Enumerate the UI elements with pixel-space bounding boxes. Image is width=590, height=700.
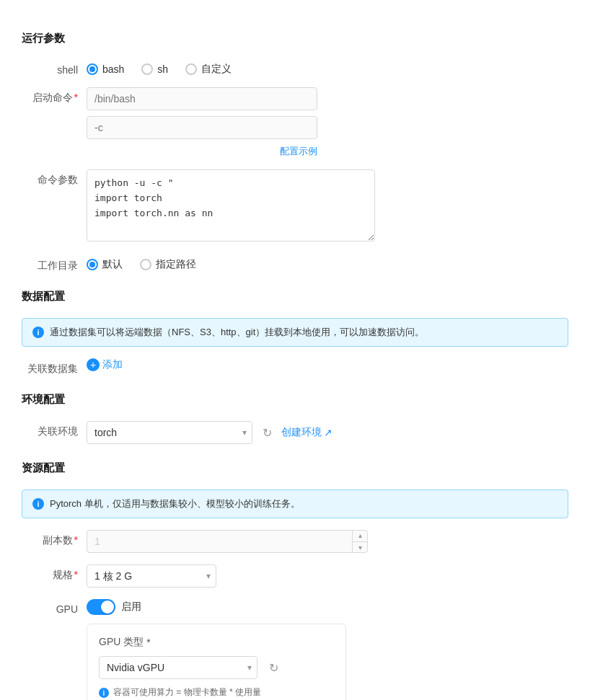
env-refresh-icon[interactable]: ↻ (258, 424, 276, 441)
replicas-label: 副本数* (22, 530, 87, 547)
replicas-decrement-button[interactable]: ▾ (353, 542, 368, 554)
cmd-params-textarea[interactable]: python -u -c " import torch import torch… (87, 169, 375, 242)
cmd-params-label: 命令参数 (22, 169, 87, 187)
replicas-required: * (74, 534, 78, 546)
resource-config-title: 资源配置 (22, 461, 568, 475)
replicas-row: 副本数* ▴ ▾ (22, 530, 568, 553)
gpu-select-wrap: Nvidia vGPU Nvidia T4 Nvidia A100 ▾ ↻ (99, 656, 334, 679)
work-dir-row: 工作目录 默认 指定路径 (22, 255, 568, 273)
related-env-row: 关联环境 torch pytorch tensorflow ▾ ↻ 创建环境 ↗ (22, 421, 568, 444)
data-info-text: 通过数据集可以将远端数据（NFS、S3、http、git）挂载到本地使用，可以加… (50, 326, 424, 339)
add-label: 添加 (102, 358, 123, 371)
add-circle-icon: + (87, 358, 100, 371)
gpu-type-required: * (146, 637, 150, 648)
gpu-type-box: GPU 类型 * Nvidia vGPU Nvidia T4 Nvidia A1… (87, 624, 346, 700)
shell-label: shell (22, 60, 87, 76)
gpu-info-icon: i (99, 688, 109, 698)
start-cmd-label: 启动命令* (22, 87, 87, 105)
sh-label: sh (157, 63, 168, 75)
data-info-box: i 通过数据集可以将远端数据（NFS、S3、http、git）挂载到本地使用，可… (22, 318, 568, 347)
env-config-title: 环境配置 (22, 393, 568, 407)
resource-info-box: i Pytorch 单机，仅适用与数据集较小、模型较小的训练任务。 (22, 489, 568, 518)
gpu-toggle-label: 启用 (121, 601, 141, 613)
toggle-knob (101, 601, 114, 613)
data-config-title: 数据配置 (22, 290, 568, 304)
env-actions: torch pytorch tensorflow ▾ ↻ 创建环境 ↗ (87, 421, 568, 444)
create-env-link[interactable]: 创建环境 ↗ (281, 426, 333, 439)
gpu-row: GPU 启用 GPU 类型 * Nvidia vGPU Nvidia T4 Nv… (22, 599, 568, 700)
gpu-refresh-icon[interactable]: ↻ (265, 659, 282, 676)
work-dir-label: 工作目录 (22, 255, 87, 273)
default-label: 默认 (102, 258, 123, 271)
custom-label: 自定义 (201, 63, 232, 76)
custom-path-radio-circle[interactable] (140, 259, 151, 270)
spec-row: 规格* 1 核 2 G 2 核 4 G 4 核 8 G ▾ (22, 564, 568, 588)
work-dir-custom-option[interactable]: 指定路径 (140, 258, 196, 271)
gpu-select[interactable]: Nvidia vGPU Nvidia T4 Nvidia A100 (99, 656, 257, 679)
related-env-label: 关联环境 (22, 421, 87, 438)
env-select[interactable]: torch pytorch tensorflow (87, 421, 252, 444)
work-dir-radio-group: 默认 指定路径 (87, 255, 568, 271)
external-link-icon: ↗ (324, 427, 333, 438)
gpu-info-row: i 容器可使用算力 = 物理卡数量 * 使用量 (99, 686, 334, 699)
start-cmd-required: * (74, 92, 78, 103)
related-data-label: 关联数据集 (22, 358, 87, 376)
custom-radio-circle[interactable] (185, 63, 197, 75)
related-data-row: 关联数据集 + 添加 (22, 358, 568, 376)
config-example-link[interactable]: 配置示例 (87, 145, 317, 158)
gpu-label: GPU (22, 599, 87, 615)
spec-label: 规格* (22, 564, 87, 582)
start-cmd-secondary-input[interactable] (87, 116, 317, 139)
spec-select[interactable]: 1 核 2 G 2 核 4 G 4 核 8 G (87, 564, 216, 588)
data-info-icon: i (32, 327, 44, 338)
replicas-spinners: ▴ ▾ (352, 530, 368, 553)
shell-row: shell bash sh 自定义 (22, 60, 568, 76)
gpu-type-label: GPU 类型 * (99, 636, 334, 649)
bash-radio-circle[interactable] (87, 63, 98, 75)
gpu-toggle[interactable] (87, 599, 115, 615)
shell-radio-group: bash sh 自定义 (87, 60, 568, 76)
spec-select-wrap: 1 核 2 G 2 核 4 G 4 核 8 G ▾ (87, 564, 216, 588)
resource-info-text: Pytorch 单机，仅适用与数据集较小、模型较小的训练任务。 (50, 497, 300, 510)
gpu-toggle-wrap: 启用 (87, 599, 568, 615)
replicas-input[interactable] (87, 530, 368, 553)
shell-bash-option[interactable]: bash (87, 63, 124, 75)
env-select-wrap: torch pytorch tensorflow ▾ (87, 421, 252, 444)
shell-custom-option[interactable]: 自定义 (185, 63, 232, 76)
sh-radio-circle[interactable] (141, 63, 153, 75)
start-cmd-row: 启动命令* 配置示例 (22, 87, 568, 158)
add-dataset-button[interactable]: + 添加 (87, 358, 123, 371)
create-env-label: 创建环境 (281, 426, 322, 439)
work-dir-default-option[interactable]: 默认 (87, 258, 123, 271)
gpu-info-text: 容器可使用算力 = 物理卡数量 * 使用量 (113, 686, 261, 699)
replicas-input-wrap: ▴ ▾ (87, 530, 368, 553)
replicas-increment-button[interactable]: ▴ (353, 530, 368, 542)
bash-label: bash (102, 63, 124, 75)
gpu-select-outer: Nvidia vGPU Nvidia T4 Nvidia A100 ▾ (99, 656, 257, 679)
resource-info-icon: i (32, 498, 44, 510)
spec-required: * (74, 569, 78, 580)
shell-sh-option[interactable]: sh (141, 63, 168, 75)
start-cmd-input[interactable] (87, 87, 317, 110)
custom-path-label: 指定路径 (156, 258, 196, 271)
default-radio-circle[interactable] (87, 259, 98, 270)
cmd-params-row: 命令参数 python -u -c " import torch import … (22, 169, 568, 244)
run-params-title: 运行参数 (22, 32, 568, 45)
